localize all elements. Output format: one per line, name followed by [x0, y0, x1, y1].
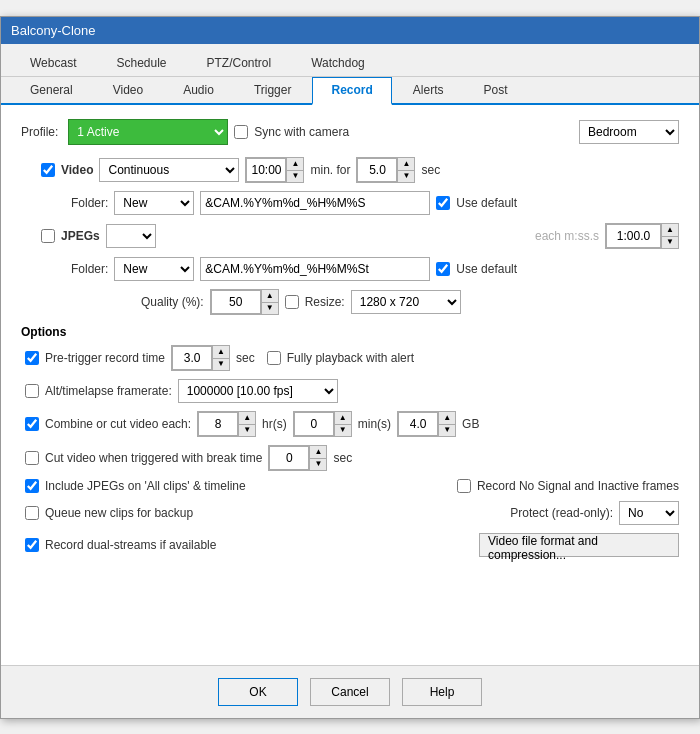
tab-general[interactable]: General	[11, 77, 92, 103]
protect-select[interactable]: No	[619, 501, 679, 525]
hr-down[interactable]: ▼	[239, 424, 255, 436]
combine-cut-checkbox[interactable]	[25, 417, 39, 431]
fully-playback-label: Fully playback with alert	[287, 351, 414, 365]
pre-trigger-input[interactable]	[172, 346, 212, 370]
jpegs-use-default-checkbox[interactable]	[436, 262, 450, 276]
min-up[interactable]: ▲	[335, 412, 351, 424]
jpegs-checkbox[interactable]	[41, 229, 55, 243]
gb-up[interactable]: ▲	[439, 412, 455, 424]
tab-alerts[interactable]: Alerts	[394, 77, 463, 103]
pre-trigger-checkbox[interactable]	[25, 351, 39, 365]
queue-backup-label: Queue new clips for backup	[45, 506, 193, 520]
record-dual-row: Record dual-streams if available Video f…	[25, 533, 679, 557]
min-spinner: ▲ ▼	[293, 411, 352, 437]
video-duration-input[interactable]	[357, 158, 397, 182]
video-checkbox[interactable]	[41, 163, 55, 177]
tab-ptz-control[interactable]: PTZ/Control	[188, 50, 291, 76]
min-input[interactable]	[294, 412, 334, 436]
video-sec-label: sec	[421, 163, 440, 177]
tab-watchdog[interactable]: Watchdog	[292, 50, 384, 76]
video-folder-label: Folder:	[71, 196, 108, 210]
cut-triggered-input[interactable]	[269, 446, 309, 470]
include-jpegs-row: Include JPEGs on 'All clips' & timeline …	[25, 479, 679, 493]
combine-cut-label: Combine or cut video each:	[45, 417, 191, 431]
resize-select[interactable]: 1280 x 720	[351, 290, 461, 314]
tab-video[interactable]: Video	[94, 77, 162, 103]
hr-input[interactable]	[198, 412, 238, 436]
record-dual-checkbox[interactable]	[25, 538, 39, 552]
profile-select[interactable]: 1 Active	[68, 119, 228, 145]
mins-label: min(s)	[358, 417, 391, 431]
video-path-input[interactable]	[200, 191, 430, 215]
jpegs-mode-select[interactable]	[106, 224, 156, 248]
quality-down[interactable]: ▼	[262, 302, 278, 314]
jpegs-path-input[interactable]	[200, 257, 430, 281]
tab-schedule[interactable]: Schedule	[97, 50, 185, 76]
cut-triggered-label: Cut video when triggered with break time	[45, 451, 262, 465]
video-format-button[interactable]: Video file format and compression...	[479, 533, 679, 557]
quality-up[interactable]: ▲	[262, 290, 278, 302]
tab-audio[interactable]: Audio	[164, 77, 233, 103]
video-folder-select[interactable]: New	[114, 191, 194, 215]
cut-triggered-down[interactable]: ▼	[310, 458, 326, 470]
min-down[interactable]: ▼	[335, 424, 351, 436]
video-time-down[interactable]: ▼	[287, 170, 303, 182]
gb-label: GB	[462, 417, 479, 431]
tab-webcast[interactable]: Webcast	[11, 50, 95, 76]
include-jpegs-checkbox[interactable]	[25, 479, 39, 493]
pre-trigger-up[interactable]: ▲	[213, 346, 229, 358]
cut-triggered-row: Cut video when triggered with break time…	[25, 445, 679, 471]
video-folder-row: Folder: New Use default	[71, 191, 679, 215]
hr-spinner: ▲ ▼	[197, 411, 256, 437]
gb-input[interactable]	[398, 412, 438, 436]
cut-triggered-checkbox[interactable]	[25, 451, 39, 465]
jpegs-rate-down[interactable]: ▼	[662, 236, 678, 248]
jpegs-rate-input[interactable]	[606, 224, 661, 248]
pre-trigger-down[interactable]: ▼	[213, 358, 229, 370]
jpegs-row: JPEGs each m:ss.s ▲ ▼	[41, 223, 679, 249]
video-duration-up[interactable]: ▲	[398, 158, 414, 170]
video-min-label: min. for	[310, 163, 350, 177]
sync-camera-label: Sync with camera	[254, 125, 349, 139]
bottom-bar: OK Cancel Help	[1, 665, 699, 718]
jpegs-folder-select[interactable]: New	[114, 257, 194, 281]
video-use-default-label: Use default	[456, 196, 517, 210]
tabs-row1: Webcast Schedule PTZ/Control Watchdog	[1, 44, 699, 77]
ok-button[interactable]: OK	[218, 678, 298, 706]
quality-label: Quality (%):	[141, 295, 204, 309]
jpegs-folder-row: Folder: New Use default	[71, 257, 679, 281]
quality-row: Quality (%): ▲ ▼ Resize: 1280 x 720	[141, 289, 679, 315]
alt-timelapse-select[interactable]: 1000000 [10.00 fps]	[178, 379, 338, 403]
video-time-up[interactable]: ▲	[287, 158, 303, 170]
alt-timelapse-checkbox[interactable]	[25, 384, 39, 398]
help-button[interactable]: Help	[402, 678, 482, 706]
fully-playback-checkbox[interactable]	[267, 351, 281, 365]
video-mode-select[interactable]: Continuous	[99, 158, 239, 182]
cut-triggered-sec-label: sec	[333, 451, 352, 465]
camera-select[interactable]: Bedroom	[579, 120, 679, 144]
profile-label: Profile:	[21, 125, 58, 139]
jpegs-rate-up[interactable]: ▲	[662, 224, 678, 236]
profile-row: Profile: 1 Active Sync with camera Bedro…	[21, 119, 679, 145]
cut-triggered-up[interactable]: ▲	[310, 446, 326, 458]
jpegs-rate-spinner: ▲ ▼	[605, 223, 679, 249]
cancel-button[interactable]: Cancel	[310, 678, 390, 706]
sync-camera-checkbox[interactable]	[234, 125, 248, 139]
protect-label: Protect (read-only):	[510, 506, 613, 520]
video-use-default-checkbox[interactable]	[436, 196, 450, 210]
video-time-input[interactable]	[246, 158, 286, 182]
tab-trigger[interactable]: Trigger	[235, 77, 311, 103]
queue-backup-checkbox[interactable]	[25, 506, 39, 520]
quality-input[interactable]	[211, 290, 261, 314]
quality-spinner: ▲ ▼	[210, 289, 279, 315]
tab-post[interactable]: Post	[465, 77, 527, 103]
gb-down[interactable]: ▼	[439, 424, 455, 436]
tab-record[interactable]: Record	[312, 77, 391, 105]
resize-checkbox[interactable]	[285, 295, 299, 309]
hr-up[interactable]: ▲	[239, 412, 255, 424]
tabs-row2: General Video Audio Trigger Record Alert…	[1, 77, 699, 105]
video-duration-spinner: ▲ ▼	[356, 157, 415, 183]
video-duration-down[interactable]: ▼	[398, 170, 414, 182]
video-label: Video	[61, 163, 93, 177]
record-no-signal-checkbox[interactable]	[457, 479, 471, 493]
